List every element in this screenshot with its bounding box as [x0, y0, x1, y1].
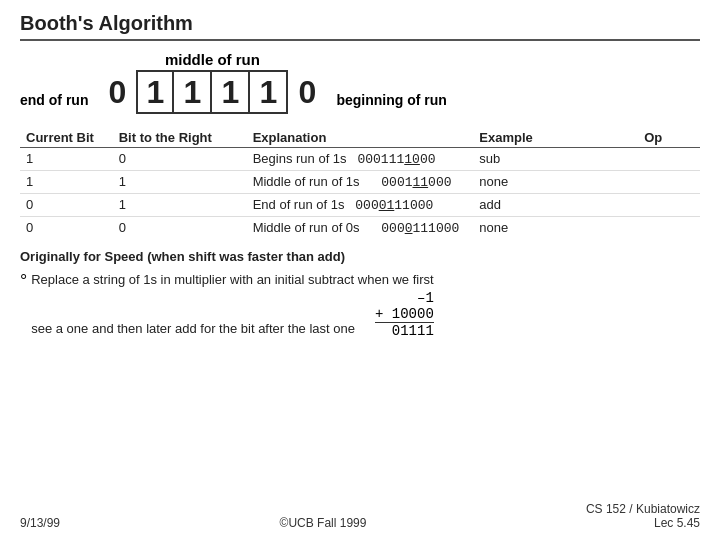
cell-bit-right-1: 0 [113, 148, 247, 171]
col-header-current: Current Bit [20, 128, 113, 148]
table-row: 1 0 Begins run of 1s 0001111000 sub [20, 148, 700, 171]
cell-extra-4 [638, 217, 700, 240]
bullet-icon: ° [20, 270, 27, 339]
cell-explanation-3: End of run of 1s 0000111000 [247, 194, 474, 217]
example-1: 0001111000 [357, 152, 435, 167]
example-3: 0000111000 [355, 198, 433, 213]
title-section: Booth's Algorithm [20, 12, 700, 41]
binary-section: end of run middle of run 0 1 1 1 1 0 beg… [20, 51, 700, 114]
math-line3: 01111 [375, 322, 434, 339]
cell-extra-2 [638, 171, 700, 194]
cell-explanation-2: Middle of run of 1s 000111000 [247, 171, 474, 194]
footer-course: CS 152 / Kubiatowicz Lec 5.45 [586, 502, 700, 530]
footer-lec: Lec 5.45 [586, 516, 700, 530]
cell-current-2: 1 [20, 171, 113, 194]
col-header-op: Op [638, 128, 700, 148]
footer-copyright: ©UCB Fall 1999 [280, 516, 367, 530]
bullet-section: ° Replace a string of 1s in multiplier w… [20, 270, 700, 339]
cell-explanation-1: Begins run of 1s 0001111000 [247, 148, 474, 171]
cell-op-3: add [473, 194, 638, 217]
binary-digits: 0 1 1 1 1 0 [98, 70, 326, 114]
page-title: Booth's Algorithm [20, 12, 193, 34]
bottom-section: Originally for Speed (when shift was fas… [20, 249, 700, 339]
cell-extra-1 [638, 148, 700, 171]
cell-current-3: 0 [20, 194, 113, 217]
table-row: 0 1 End of run of 1s 0000111000 add [20, 194, 700, 217]
cell-op-2: none [473, 171, 638, 194]
bit-5: 0 [288, 70, 326, 114]
example-2: 000111000 [381, 175, 451, 190]
cell-bit-right-2: 1 [113, 171, 247, 194]
originally-text: Originally for Speed (when shift was fas… [20, 249, 700, 264]
algorithm-table: Current Bit Bit to the Right Explanation… [20, 128, 700, 239]
math-line2: + 10000 [375, 306, 434, 322]
cell-explanation-4: Middle of run of 0s 0000111000 [247, 217, 474, 240]
cell-bit-right-4: 0 [113, 217, 247, 240]
bit-0: 0 [98, 70, 136, 114]
bit-2: 1 [174, 70, 212, 114]
bit-4: 1 [250, 70, 288, 114]
example-4: 0000111000 [381, 221, 459, 236]
table-row: 1 1 Middle of run of 1s 000111000 none [20, 171, 700, 194]
page: Booth's Algorithm end of run middle of r… [0, 0, 720, 540]
cell-current-1: 1 [20, 148, 113, 171]
bullet-line1: Replace a string of 1s in multiplier wit… [31, 270, 434, 290]
math-section: –1 + 10000 01111 [375, 290, 434, 339]
bullet-content: Replace a string of 1s in multiplier wit… [31, 270, 434, 339]
table-row: 0 0 Middle of run of 0s 0000111000 none [20, 217, 700, 240]
bit-1: 1 [136, 70, 174, 114]
cell-bit-right-3: 1 [113, 194, 247, 217]
label-middle: middle of run [165, 51, 260, 68]
cell-op-4: none [473, 217, 638, 240]
cell-extra-3 [638, 194, 700, 217]
col-header-bit-right: Bit to the Right [113, 128, 247, 148]
footer: 9/13/99 ©UCB Fall 1999 CS 152 / Kubiatow… [0, 502, 720, 530]
footer-date: 9/13/99 [20, 516, 60, 530]
cell-op-1: sub [473, 148, 638, 171]
label-end: end of run [20, 92, 88, 114]
binary-wrapper: middle of run 0 1 1 1 1 0 [98, 51, 326, 114]
footer-course-name: CS 152 / Kubiatowicz [586, 502, 700, 516]
math-line1: –1 [375, 290, 434, 306]
bullet-line2: see a one and then later add for the bit… [31, 319, 355, 339]
label-beginning: beginning of run [336, 92, 446, 114]
bit-3: 1 [212, 70, 250, 114]
col-header-explanation: Explanation [247, 128, 474, 148]
cell-current-4: 0 [20, 217, 113, 240]
col-header-example: Example [473, 128, 638, 148]
